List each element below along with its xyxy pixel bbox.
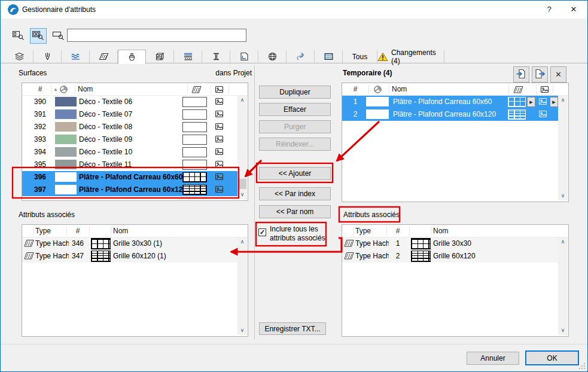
surface-row[interactable]: 392Déco - Textile 08 — [22, 121, 238, 133]
include-associated-checkbox[interactable]: ✓ — [258, 228, 266, 236]
surface-row[interactable]: 393Déco - Textile 09 — [22, 133, 238, 146]
tab-zone-categories[interactable] — [230, 50, 258, 63]
archicad-logo-icon — [7, 4, 19, 17]
surface-row[interactable]: 395Déco - Textile 11 — [22, 158, 238, 171]
purger-button[interactable]: Purger — [259, 120, 331, 133]
tab-mep-systems[interactable] — [315, 50, 343, 63]
r-indexer-button[interactable]: Réindexer... — [259, 138, 331, 151]
fill-preview-grid — [91, 251, 111, 262]
column-name[interactable]: Nom — [78, 85, 93, 93]
tab-changements[interactable]: Changements (4) — [377, 50, 444, 63]
surface-row[interactable]: 397Plâtre - Plafond Carreau 60x120 ... — [22, 184, 238, 196]
scroll-down-arrow[interactable]: ∨ — [237, 326, 247, 335]
scroll-down-arrow[interactable]: ∨ — [237, 190, 247, 199]
material-sphere-icon — [59, 85, 68, 96]
tab-building-materials[interactable] — [174, 50, 202, 63]
tab-operation-profiles[interactable] — [287, 50, 315, 63]
ok-button[interactable]: OK — [525, 350, 579, 365]
help-button[interactable]: ? — [540, 1, 559, 19]
left-assoc-scrollbar[interactable]: ∧∨ — [237, 237, 247, 335]
tab-surfaces[interactable] — [118, 50, 146, 64]
fill-types-icon — [99, 51, 109, 62]
attribute-name: Déco - Textile 10 — [79, 148, 132, 156]
tab-fill-types[interactable] — [90, 50, 118, 63]
popup-arrow-button[interactable]: ▶ — [550, 97, 558, 107]
resize-grip[interactable] — [578, 362, 586, 370]
tab-composites[interactable] — [146, 50, 174, 63]
composites-icon — [155, 51, 165, 62]
popup-arrow-button[interactable]: ▶ — [527, 97, 535, 107]
fill-preview-grid — [182, 172, 207, 182]
by-index-button[interactable]: << Par index — [259, 187, 331, 200]
layers-icon — [14, 51, 25, 62]
scroll-up-arrow[interactable]: ∧ — [558, 96, 568, 105]
right-assoc-scrollbar[interactable]: ∧∨ — [558, 237, 568, 335]
dupliquer-button[interactable]: Dupliquer — [259, 86, 331, 99]
surfaces-table-header: # ▲ Nom — [22, 83, 248, 96]
right-assoc-header: Type # Nom — [342, 225, 568, 237]
left-associated-attributes-table: Type # Nom Type Hach346Grille 30x30 (1)T… — [22, 224, 248, 337]
surfaces-scrollbar[interactable]: ∧∨ — [237, 96, 247, 199]
effacer-button[interactable]: Effacer — [259, 103, 331, 116]
surface-row[interactable]: 394Déco - Textile 10 — [22, 146, 238, 158]
search-mode-in-list-button[interactable] — [30, 28, 47, 44]
search-input[interactable] — [67, 29, 246, 42]
temporary-row[interactable]: 1Plâtre - Plafond Carreau 60x60▶▶ — [342, 96, 559, 108]
export-file-icon — [534, 68, 546, 81]
tab-profiles[interactable] — [202, 50, 230, 63]
add-button[interactable]: << Ajouter — [259, 167, 331, 180]
column-type: Type — [35, 227, 51, 235]
hatch-icon — [513, 86, 523, 95]
surface-row[interactable]: 391Déco - Textile 07 — [22, 108, 238, 121]
attribute-index: 392 — [28, 123, 52, 131]
panel-divider — [254, 65, 255, 339]
tab-tous[interactable]: Tous — [343, 50, 377, 63]
attribute-index: 396 — [28, 173, 52, 181]
sort-ascending-icon: ▲ — [53, 87, 58, 92]
attribute-index: 347 — [69, 252, 87, 260]
attribute-index: 395 — [28, 160, 52, 169]
save-txt-button[interactable]: Enregistrer TXT... — [259, 322, 326, 335]
scroll-down-arrow[interactable]: ∨ — [558, 191, 568, 200]
open-attribute-file-button[interactable] — [513, 66, 529, 83]
scroll-down-arrow[interactable]: ∨ — [558, 326, 568, 335]
fill-preview-grid — [411, 238, 431, 249]
attribute-type: Type Hach — [355, 252, 389, 260]
tab-layers[interactable] — [5, 50, 33, 63]
material-color-swatch — [366, 109, 389, 119]
attribute-index: 2 — [389, 252, 407, 260]
search-mode-by-index-button[interactable] — [10, 28, 27, 44]
scroll-up-arrow[interactable]: ∧ — [237, 96, 247, 105]
save-attribute-file-button[interactable] — [532, 66, 548, 83]
close-button[interactable]: ✕ — [564, 1, 583, 19]
zone-categories-icon — [239, 51, 249, 62]
scroll-up-arrow[interactable]: ∧ — [558, 237, 568, 246]
column-index[interactable]: # — [28, 85, 52, 93]
associated-attribute-row[interactable]: Type Hach347Grille 60x120 (1) — [22, 250, 238, 263]
tab-pens[interactable] — [33, 50, 62, 63]
fill-preview — [182, 122, 207, 132]
by-name-button[interactable]: << Par nom — [259, 205, 331, 218]
search-mode-by-name-button[interactable] — [50, 28, 67, 44]
tab-line-types[interactable] — [62, 50, 90, 63]
associated-attribute-row[interactable]: Type Hach1Grille 30x30 — [342, 237, 558, 250]
scroll-up-arrow[interactable]: ∧ — [237, 237, 247, 246]
associated-attribute-row[interactable]: Type Hach346Grille 30x30 (1) — [22, 237, 238, 250]
column-index: # — [389, 227, 407, 235]
fill-preview — [182, 147, 207, 157]
surface-row[interactable]: 390Déco - Textile 06 — [22, 96, 238, 108]
fill-preview — [182, 97, 207, 107]
hatch-type-icon — [24, 239, 34, 249]
warning-triangle-icon — [377, 52, 388, 62]
temporary-scrollbar[interactable]: ∧∨ — [558, 96, 568, 200]
tab-cities[interactable] — [258, 50, 287, 63]
texture-icon — [215, 172, 224, 182]
surface-row[interactable]: 396Plâtre - Plafond Carreau 60x60 (1) — [22, 171, 238, 184]
temporary-row[interactable]: 2Plâtre - Plafond Carreau 60x120 — [342, 108, 559, 121]
associated-attribute-row[interactable]: Type Hach2Grille 60x120 — [342, 250, 558, 263]
material-color-swatch — [55, 109, 77, 119]
scroll-thumb[interactable] — [238, 179, 246, 189]
attribute-index: 391 — [28, 110, 52, 118]
cancel-button[interactable]: Annuler — [467, 352, 519, 365]
clear-temporary-button[interactable]: ✕ — [550, 66, 566, 83]
